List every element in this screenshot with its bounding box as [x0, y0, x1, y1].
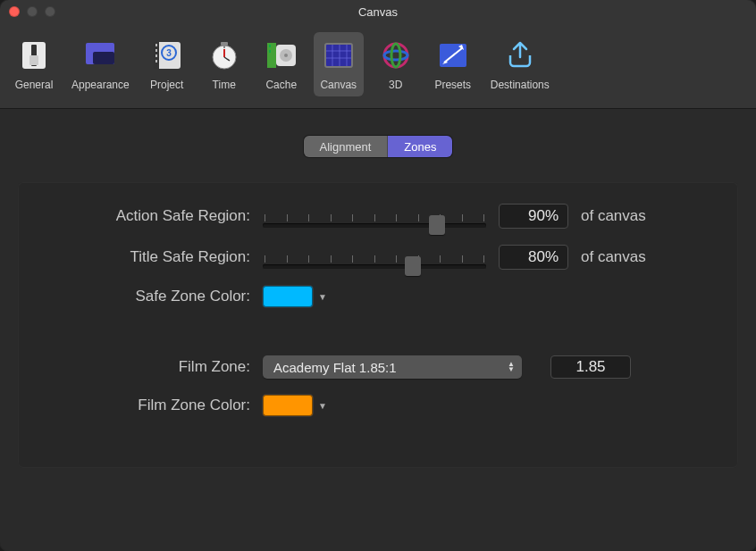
- svg-rect-7: [155, 44, 157, 46]
- presets-icon: [433, 36, 473, 75]
- destinations-icon: [500, 36, 540, 75]
- toolbar-item-general[interactable]: General: [9, 32, 59, 96]
- chevron-down-icon[interactable]: ▼: [318, 401, 327, 411]
- tab-alignment[interactable]: Alignment: [304, 136, 389, 157]
- toolbar-label: Canvas: [320, 79, 357, 91]
- row-safe-zone-color: Safe Zone Color: ▼: [45, 286, 711, 307]
- updown-icon: ▲▼: [508, 362, 515, 372]
- row-film-zone: Film Zone: Academy Flat 1.85:1 ▲▼ 1.85: [45, 355, 711, 379]
- action-safe-label: Action Safe Region:: [45, 207, 250, 225]
- svg-point-18: [284, 54, 288, 57]
- svg-rect-10: [155, 60, 157, 63]
- project-icon: 3: [147, 36, 187, 75]
- svg-point-26: [391, 44, 400, 67]
- action-safe-slider[interactable]: [263, 205, 486, 228]
- canvas-icon: [319, 36, 358, 75]
- chevron-down-icon[interactable]: ▼: [318, 292, 327, 302]
- title-safe-slider[interactable]: [263, 246, 486, 269]
- zoom-window-button[interactable]: [45, 6, 55, 17]
- appearance-icon: [80, 36, 120, 75]
- film-zone-selected: Academy Flat 1.85:1: [273, 360, 397, 375]
- film-zone-label: Film Zone:: [45, 358, 250, 376]
- title-safe-label: Title Safe Region:: [45, 248, 250, 266]
- svg-rect-21: [269, 50, 271, 53]
- safe-zone-color-swatch[interactable]: [263, 286, 313, 307]
- toolbar-item-destinations[interactable]: Destinations: [485, 32, 555, 96]
- svg-rect-2: [29, 55, 38, 65]
- action-safe-suffix: of canvas: [581, 207, 646, 225]
- film-zone-dropdown[interactable]: Academy Flat 1.85:1 ▲▼: [263, 355, 522, 379]
- toolbar-item-time[interactable]: Time: [199, 32, 249, 96]
- toolbar-label: Time: [213, 79, 236, 91]
- cache-icon: [262, 36, 301, 75]
- svg-rect-20: [269, 45, 271, 47]
- svg-rect-8: [155, 49, 157, 52]
- film-zone-color-well[interactable]: ▼: [263, 395, 327, 416]
- close-window-button[interactable]: [9, 6, 20, 17]
- toolbar-item-appearance[interactable]: Appearance: [66, 32, 135, 96]
- window-title: Canvas: [7, 5, 749, 19]
- zones-panel: Action Safe Region: 90% of canvas Title …: [18, 182, 738, 468]
- safe-zone-color-label: Safe Zone Color:: [45, 288, 250, 305]
- toolbar-item-3d[interactable]: 3D: [371, 32, 421, 96]
- content-area: Alignment Zones Action Safe Region: 90% …: [0, 109, 756, 486]
- title-safe-value[interactable]: 80%: [499, 245, 568, 270]
- row-title-safe: Title Safe Region: 80% of canvas: [45, 245, 711, 270]
- prefs-window: Canvas General Appearance 3 Project Time: [0, 0, 756, 551]
- svg-point-24: [384, 44, 407, 67]
- svg-rect-4: [93, 52, 114, 64]
- toolbar-label: Destinations: [491, 79, 550, 91]
- film-zone-color-label: Film Zone Color:: [45, 397, 250, 414]
- row-film-zone-color: Film Zone Color: ▼: [45, 395, 711, 416]
- svg-text:3: 3: [166, 48, 172, 58]
- traffic-lights: [9, 6, 55, 17]
- toolbar-label: Project: [150, 79, 183, 91]
- toolbar-label: Presets: [434, 79, 471, 91]
- toolbar-item-project[interactable]: 3 Project: [142, 32, 192, 96]
- film-zone-ratio-input[interactable]: 1.85: [550, 355, 631, 379]
- svg-rect-22: [325, 44, 352, 67]
- svg-point-25: [384, 51, 407, 60]
- tab-zones[interactable]: Zones: [388, 136, 452, 157]
- svg-rect-9: [155, 54, 157, 57]
- toolbar-item-cache[interactable]: Cache: [256, 32, 307, 96]
- tab-bar: Alignment Zones: [18, 136, 738, 157]
- 3d-icon: [376, 36, 416, 75]
- action-safe-value[interactable]: 90%: [499, 204, 568, 229]
- time-icon: [205, 36, 244, 75]
- titlebar: Canvas: [0, 0, 756, 23]
- svg-rect-19: [267, 43, 276, 68]
- minimize-window-button[interactable]: [27, 6, 38, 17]
- toolbar-label: 3D: [389, 79, 402, 91]
- toolbar-label: Cache: [265, 79, 297, 91]
- svg-rect-15: [223, 45, 225, 48]
- toolbar-label: General: [15, 79, 54, 91]
- row-action-safe: Action Safe Region: 90% of canvas: [45, 204, 711, 229]
- toolbar-item-presets[interactable]: Presets: [428, 32, 478, 96]
- general-icon: [14, 36, 54, 75]
- title-safe-suffix: of canvas: [581, 248, 646, 266]
- safe-zone-color-well[interactable]: ▼: [263, 286, 327, 307]
- toolbar-label: Appearance: [71, 79, 130, 91]
- toolbar-item-canvas[interactable]: Canvas: [314, 32, 364, 96]
- prefs-toolbar: General Appearance 3 Project Time Cache: [0, 23, 756, 109]
- film-zone-color-swatch[interactable]: [263, 395, 313, 416]
